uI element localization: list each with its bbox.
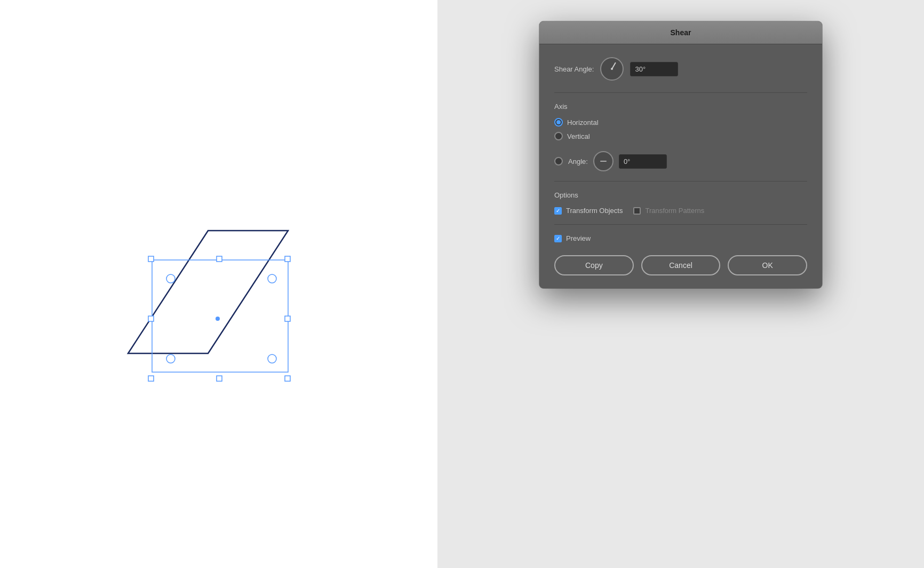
- svg-point-11: [268, 274, 276, 283]
- dialog-title: Shear: [671, 28, 691, 37]
- preview-row[interactable]: ✓ Preview: [554, 234, 807, 242]
- vertical-radio-row[interactable]: Vertical: [554, 132, 807, 140]
- transform-patterns-row[interactable]: Transform Patterns: [633, 207, 704, 215]
- angle-dial[interactable]: [593, 151, 614, 171]
- angle-dial-line: [600, 161, 607, 162]
- angle-input[interactable]: [619, 154, 667, 169]
- axis-radio-group: Horizontal Vertical Angle:: [554, 118, 807, 171]
- horizontal-radio[interactable]: [554, 118, 563, 127]
- axis-section-title: Axis: [554, 102, 807, 111]
- angle-radio[interactable]: [554, 157, 563, 165]
- shape-canvas: [85, 177, 352, 391]
- svg-rect-6: [285, 316, 290, 321]
- angle-label: Angle:: [568, 157, 588, 165]
- shapes-svg: [85, 177, 352, 391]
- dialog-shadow-area: Shear Shear Angle: Axis: [437, 0, 924, 568]
- divider-2: [554, 181, 807, 182]
- checkmark-icon: ✓: [556, 208, 560, 214]
- svg-rect-9: [285, 376, 290, 381]
- shear-angle-dial[interactable]: [600, 57, 624, 81]
- svg-point-13: [268, 354, 276, 363]
- preview-label: Preview: [566, 234, 591, 242]
- transform-patterns-checkbox[interactable]: [633, 207, 641, 215]
- shear-angle-label: Shear Angle:: [554, 65, 594, 73]
- radio-inner-dot: [556, 120, 561, 124]
- svg-rect-3: [217, 256, 222, 262]
- svg-point-14: [216, 317, 220, 321]
- svg-point-10: [166, 274, 175, 283]
- svg-rect-7: [148, 376, 154, 381]
- horizontal-label: Horizontal: [567, 119, 599, 127]
- preview-checkmark-icon: ✓: [556, 236, 560, 241]
- copy-button[interactable]: Copy: [554, 255, 634, 275]
- vertical-radio[interactable]: [554, 132, 563, 140]
- ok-button[interactable]: OK: [728, 255, 807, 275]
- shear-dialog: Shear Shear Angle: Axis: [539, 21, 822, 288]
- button-row: Copy Cancel OK: [554, 255, 807, 275]
- svg-rect-8: [217, 376, 222, 381]
- vertical-label: Vertical: [567, 132, 590, 140]
- svg-rect-4: [285, 256, 290, 262]
- options-row: ✓ Transform Objects Transform Patterns: [554, 207, 807, 215]
- transform-objects-label: Transform Objects: [566, 207, 623, 215]
- transform-objects-row[interactable]: ✓ Transform Objects: [554, 207, 623, 215]
- options-section-title: Options: [554, 191, 807, 199]
- transform-patterns-label: Transform Patterns: [645, 207, 704, 215]
- transform-objects-checkbox[interactable]: ✓: [554, 207, 562, 215]
- preview-checkbox[interactable]: ✓: [554, 235, 562, 242]
- horizontal-radio-row[interactable]: Horizontal: [554, 118, 807, 127]
- cancel-button[interactable]: Cancel: [641, 255, 721, 275]
- canvas-area: [0, 0, 437, 568]
- dialog-body: Shear Angle: Axis Horizontal: [539, 44, 822, 288]
- shear-angle-input[interactable]: [630, 62, 678, 76]
- svg-point-12: [166, 354, 175, 363]
- divider-3: [554, 224, 807, 225]
- svg-rect-5: [148, 316, 154, 321]
- shear-angle-row: Shear Angle:: [554, 57, 807, 81]
- divider-1: [554, 92, 807, 93]
- dialog-titlebar: Shear: [539, 21, 822, 44]
- angle-row: Angle:: [554, 151, 807, 171]
- dial-hand: [612, 62, 617, 69]
- svg-rect-2: [148, 256, 154, 262]
